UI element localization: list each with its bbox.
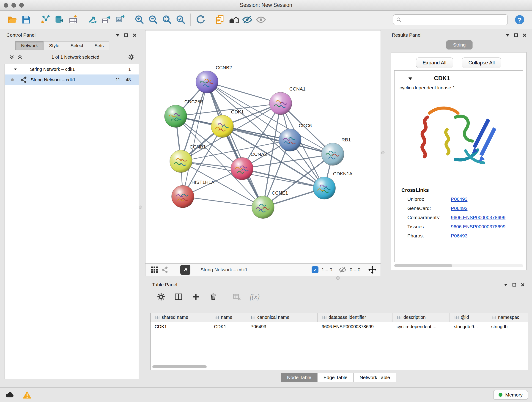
network-node-ccnb2[interactable]: CCNB2	[196, 65, 232, 93]
collapse-panel-icon[interactable]	[505, 33, 510, 38]
tab-network[interactable]: Network	[15, 41, 44, 50]
add-column-icon[interactable]	[191, 293, 200, 301]
zoom-out-button[interactable]	[146, 13, 160, 27]
refresh-button[interactable]	[193, 13, 207, 27]
table-horizontal-scrollbar[interactable]	[152, 365, 207, 368]
toolbar-search[interactable]	[393, 14, 508, 25]
gear-icon[interactable]	[128, 54, 135, 61]
tab-node-table[interactable]: Node Table	[281, 373, 317, 382]
table-row[interactable]: CDK1 CDK1 P06493 9606.ENSP00000378699 cy…	[151, 322, 528, 331]
save-session-button[interactable]	[19, 13, 33, 27]
network-row[interactable]: String Network – cdk1 11 48	[5, 75, 139, 85]
collapse-all-button[interactable]: Collapse All	[462, 57, 501, 68]
warnings-button[interactable]	[22, 390, 32, 400]
network-canvas[interactable]: CCNB2CCNA1CDC25BCDK1CDC6RB1CCNB1CCNA2CDK…	[146, 31, 380, 263]
expand-all-icon[interactable]	[17, 54, 23, 60]
new-network-button[interactable]	[86, 13, 99, 27]
zoom-in-button[interactable]	[133, 13, 146, 27]
crosslink-link[interactable]: P06493	[451, 196, 467, 202]
bundled-apps-button[interactable]	[227, 13, 240, 27]
tab-select[interactable]: Select	[65, 41, 89, 50]
help-icon: ?	[514, 14, 525, 25]
control-panel-header: Control Panel	[3, 30, 140, 40]
column-header-shared-name[interactable]: shared name	[151, 313, 210, 322]
collapse-panel-icon[interactable]	[503, 282, 508, 287]
splitter-handle-right[interactable]	[381, 151, 385, 154]
collection-count: 1	[120, 67, 131, 72]
disclosure-triangle-icon[interactable]	[13, 67, 17, 71]
network-edge[interactable]	[207, 82, 263, 207]
network-node-rb1[interactable]: RB1	[322, 137, 351, 166]
column-header-description[interactable]: description	[393, 313, 450, 322]
export-image-icon	[115, 15, 125, 25]
close-panel-icon[interactable]	[520, 282, 525, 287]
tab-style[interactable]: Style	[43, 41, 65, 50]
float-panel-icon[interactable]	[514, 33, 519, 38]
tab-sets[interactable]: Sets	[89, 41, 109, 50]
close-panel-icon[interactable]	[522, 33, 527, 38]
splitter-handle-left[interactable]	[139, 206, 142, 209]
column-header-namespace[interactable]: namespac	[487, 313, 528, 322]
table-settings-gear-icon[interactable]	[157, 293, 165, 301]
network-node-cdkn1a[interactable]: CDKN1A	[313, 171, 353, 199]
node-label-ccne1: CCNE1	[272, 190, 288, 196]
float-panel-icon[interactable]	[124, 33, 128, 38]
cell-name: CDK1	[210, 324, 246, 329]
network-node-ccnb1[interactable]: CCNB1	[170, 144, 206, 172]
crosslink-link[interactable]: 9606.ENSP00000378699	[451, 215, 505, 220]
crosslink-link[interactable]: P06493	[451, 206, 467, 211]
splitter-handle-bottom[interactable]	[336, 276, 340, 280]
open-session-button[interactable]	[6, 13, 19, 27]
zoom-in-icon	[134, 14, 145, 25]
collapse-panel-icon[interactable]	[115, 33, 120, 38]
delete-column-trash-icon[interactable]	[209, 293, 218, 301]
crosslink-link[interactable]: 9606.ENSP00000378699	[451, 224, 505, 230]
collapse-all-icon[interactable]	[9, 54, 15, 60]
pan-crosshair-icon[interactable]	[368, 265, 377, 274]
help-button[interactable]: ?	[513, 13, 526, 27]
tab-network-table[interactable]: Network Table	[353, 373, 396, 382]
detach-view-button[interactable]	[180, 265, 190, 275]
hide-selected-button[interactable]	[240, 13, 254, 27]
search-input[interactable]	[404, 17, 505, 22]
column-header-name[interactable]: name	[210, 313, 246, 322]
toolbar-separator	[210, 13, 210, 26]
show-all-button[interactable]	[254, 13, 268, 27]
import-network-file-button[interactable]	[39, 13, 52, 27]
import-table-button[interactable]	[66, 13, 80, 27]
collection-label: String Network – cdk1	[30, 67, 75, 72]
float-panel-icon[interactable]	[512, 282, 517, 287]
memory-button[interactable]: Memory	[493, 390, 528, 400]
network-node-cdk1[interactable]: CDK1	[211, 109, 244, 138]
zoom-selected-button[interactable]	[174, 13, 188, 27]
crosslink-link[interactable]: P06493	[451, 233, 467, 239]
birdseye-toggle-button[interactable]	[149, 264, 160, 275]
show-columns-icon[interactable]	[174, 293, 183, 301]
column-header-id[interactable]: @id	[450, 313, 487, 322]
expand-all-button[interactable]: Expand All	[416, 57, 453, 68]
export-image-button[interactable]	[113, 13, 127, 27]
clone-network-button[interactable]	[99, 13, 113, 27]
selected-indicator-checkbox[interactable]	[312, 266, 318, 273]
network-collection-row[interactable]: String Network – cdk1 1	[5, 64, 139, 75]
column-header-database-identifier[interactable]: database identifier	[317, 313, 393, 322]
zoom-fit-button[interactable]	[160, 13, 174, 27]
results-scrollbar[interactable]	[394, 264, 523, 267]
network-edge[interactable]	[183, 197, 263, 207]
current-network-dot	[11, 78, 14, 81]
network-node-ccna1[interactable]: CCNA1	[269, 86, 306, 115]
cell-canonical-name: P06493	[246, 324, 317, 329]
network-node-hist1h1a[interactable]: HIST1H1A	[172, 179, 215, 208]
cloud-button[interactable]	[4, 390, 15, 400]
copy-document-button[interactable]	[213, 13, 227, 27]
close-panel-icon[interactable]	[132, 33, 137, 38]
tab-string[interactable]: String	[446, 40, 473, 50]
network-edge[interactable]	[207, 82, 280, 104]
column-header-canonical-name[interactable]: canonical name	[246, 313, 317, 322]
gene-name: CDK1	[434, 75, 450, 82]
entry-disclosure-icon[interactable]	[408, 76, 413, 81]
import-network-database-button[interactable]	[52, 13, 66, 27]
network-overview-button[interactable]	[160, 264, 170, 275]
network-node-cdc6[interactable]: CDC6	[279, 123, 312, 151]
tab-edge-table[interactable]: Edge Table	[317, 373, 354, 382]
